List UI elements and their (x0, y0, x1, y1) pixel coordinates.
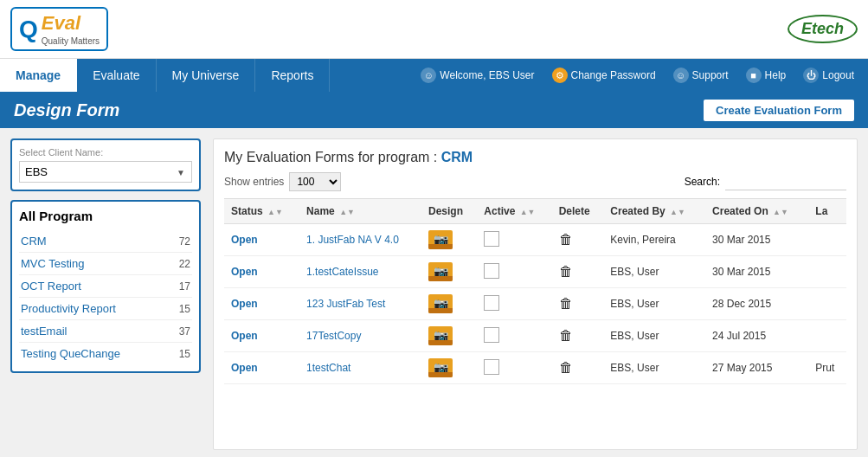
client-select-wrapper[interactable]: EBS (19, 161, 192, 183)
col-delete: Delete (552, 199, 604, 224)
nav-my-universe[interactable]: My Universe (157, 59, 256, 92)
content-area: Select Client Name: EBS All Program CRM … (0, 128, 868, 457)
table-header-row: Status ▲▼ Name ▲▼ Design Active ▲▼ Delet… (224, 199, 846, 224)
table-row: Open 123 JustFab Test 📷 🗑 EBS, User 28 D… (224, 288, 846, 320)
row3-created-on: 24 Jul 2015 (705, 320, 808, 352)
client-select[interactable]: EBS (19, 161, 192, 183)
row0-design[interactable]: 📷 (421, 224, 477, 256)
active-checkbox[interactable] (484, 327, 499, 343)
program-list-box: All Program CRM 72 MVC Testing 22 OCT Re… (10, 200, 201, 373)
row4-design[interactable]: 📷 (421, 352, 477, 384)
active-checkbox[interactable] (484, 359, 499, 375)
power-icon: ⏻ (803, 68, 819, 83)
client-select-box: Select Client Name: EBS (10, 138, 201, 191)
active-checkbox[interactable] (484, 263, 499, 279)
delete-icon[interactable]: 🗑 (559, 328, 573, 343)
top-bar: Q Eval Quality Matters Etech (0, 0, 868, 59)
entries-select[interactable]: 100 25 50 (289, 172, 341, 191)
delete-icon[interactable]: 🗑 (559, 232, 573, 247)
nav-right: ☺ Welcome, EBS User ⚙ Change Password ☺ … (407, 68, 868, 83)
etech-logo: Etech (788, 15, 858, 43)
search-input[interactable] (725, 174, 846, 190)
row2-active[interactable] (477, 288, 551, 320)
row3-name[interactable]: 17TestCopy (299, 320, 421, 352)
row1-delete[interactable]: 🗑 (552, 256, 604, 288)
design-icon[interactable]: 📷 (428, 326, 453, 345)
nav-evaluate[interactable]: Evaluate (77, 59, 156, 92)
row1-active[interactable] (477, 256, 551, 288)
row1-name[interactable]: 1.testCateIssue (299, 256, 421, 288)
logo-eval: Eval (42, 12, 80, 34)
row4-status: Open (224, 352, 299, 384)
row2-design[interactable]: 📷 (421, 288, 477, 320)
nav-logout[interactable]: ⏻ Logout (796, 68, 861, 83)
delete-icon[interactable]: 🗑 (559, 360, 573, 375)
nav-change-password[interactable]: ⚙ Change Password (545, 68, 663, 83)
nav-manage[interactable]: Manage (0, 59, 77, 92)
data-table: Status ▲▼ Name ▲▼ Design Active ▲▼ Delet… (224, 198, 846, 384)
active-checkbox[interactable] (484, 231, 499, 247)
row1-design[interactable]: 📷 (421, 256, 477, 288)
row0-name[interactable]: 1. JustFab NA V 4.0 (299, 224, 421, 256)
program-item-productivity-report[interactable]: Productivity Report 15 (19, 298, 192, 320)
row2-created-by: EBS, User (603, 288, 705, 320)
logo-area: Q Eval Quality Matters (10, 7, 108, 51)
row3-active[interactable] (477, 320, 551, 352)
row4-active[interactable] (477, 352, 551, 384)
col-active[interactable]: Active ▲▼ (477, 199, 551, 224)
sidebar: Select Client Name: EBS All Program CRM … (10, 138, 201, 450)
row0-created-by: Kevin, Pereira (603, 224, 705, 256)
row2-name[interactable]: 123 JustFab Test (299, 288, 421, 320)
row4-name[interactable]: 1testChat (299, 352, 421, 384)
delete-icon[interactable]: 🗑 (559, 264, 573, 279)
create-evaluation-form-button[interactable]: Create Evaluation Form (704, 100, 854, 121)
nav-reports[interactable]: Reports (255, 59, 330, 92)
row4-delete[interactable]: 🗑 (552, 352, 604, 384)
row2-last (808, 288, 846, 320)
table-row: Open 1. JustFab NA V 4.0 📷 🗑 Kevin, Pere… (224, 224, 846, 256)
program-item-testing-quechange[interactable]: Testing QueChange 15 (19, 343, 192, 364)
program-item-oct-report[interactable]: OCT Report 17 (19, 275, 192, 298)
col-last: La (808, 199, 846, 224)
logo-tagline: Quality Matters (42, 36, 100, 46)
book-icon: ■ (746, 68, 762, 83)
logo-q: Q (19, 16, 38, 43)
program-item-testemail[interactable]: testEmail 37 (19, 320, 192, 343)
table-row: Open 1testChat 📷 🗑 EBS, User 27 May 2015… (224, 352, 846, 384)
col-name[interactable]: Name ▲▼ (299, 199, 421, 224)
sort-status-icon: ▲▼ (267, 208, 283, 216)
row2-created-on: 28 Dec 2015 (705, 288, 808, 320)
nav-bar: Manage Evaluate My Universe Reports ☺ We… (0, 59, 868, 92)
design-icon[interactable]: 📷 (428, 262, 453, 281)
col-created-by[interactable]: Created By ▲▼ (603, 199, 705, 224)
table-controls: Show entries 100 25 50 Search: (224, 172, 846, 191)
row3-design[interactable]: 📷 (421, 320, 477, 352)
design-icon[interactable]: 📷 (428, 358, 453, 377)
gear-icon: ⚙ (552, 68, 568, 83)
row2-status: Open (224, 288, 299, 320)
active-checkbox[interactable] (484, 295, 499, 311)
support-icon: ☺ (673, 68, 689, 83)
row3-delete[interactable]: 🗑 (552, 320, 604, 352)
row0-delete[interactable]: 🗑 (552, 224, 604, 256)
col-design: Design (421, 199, 477, 224)
table-row: Open 1.testCateIssue 📷 🗑 EBS, User 30 Ma… (224, 256, 846, 288)
col-status[interactable]: Status ▲▼ (224, 199, 299, 224)
row3-created-by: EBS, User (603, 320, 705, 352)
nav-help[interactable]: ■ Help (739, 68, 794, 83)
design-icon[interactable]: 📷 (428, 294, 453, 313)
row3-last (808, 320, 846, 352)
delete-icon[interactable]: 🗑 (559, 296, 573, 311)
col-created-on[interactable]: Created On ▲▼ (705, 199, 808, 224)
design-icon[interactable]: 📷 (428, 230, 453, 249)
program-list-title: All Program (19, 209, 192, 223)
form-header: My Evaluation Forms for program : CRM (224, 150, 846, 165)
row1-created-on: 30 Mar 2015 (705, 256, 808, 288)
program-item-crm[interactable]: CRM 72 (19, 230, 192, 253)
nav-support[interactable]: ☺ Support (666, 68, 736, 83)
program-item-mvc-testing[interactable]: MVC Testing 22 (19, 253, 192, 275)
row2-delete[interactable]: 🗑 (552, 288, 604, 320)
row0-active[interactable] (477, 224, 551, 256)
page-header: Design Form Create Evaluation Form (0, 92, 868, 128)
logo: Q Eval Quality Matters (10, 7, 108, 51)
